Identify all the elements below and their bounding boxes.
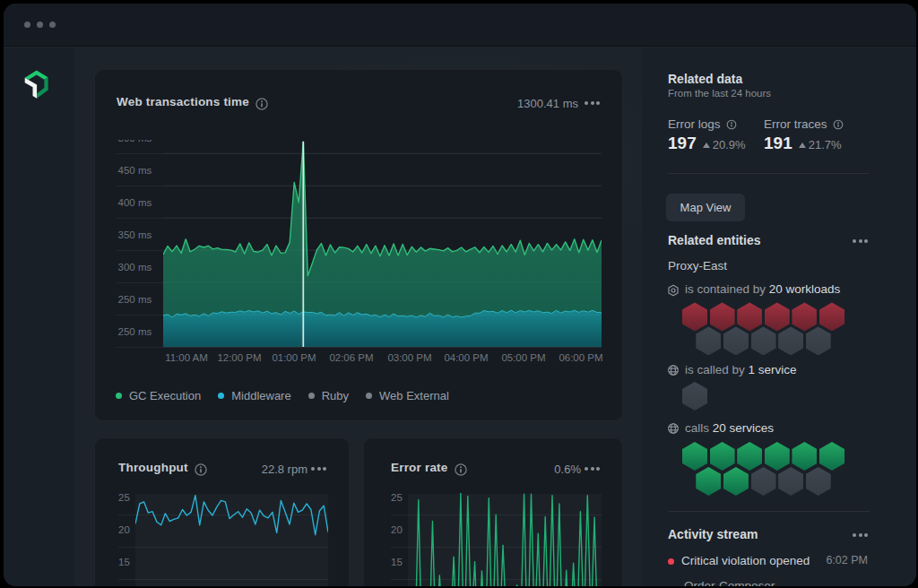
metric-delta: 20.9% [713,138,746,151]
entity-hexagon-red[interactable] [819,302,844,331]
y-axis-label: 25 [391,492,403,503]
legend-item[interactable]: GC Execution [116,389,201,402]
entity-hexagon-gray[interactable] [806,326,831,355]
error-rate-panel: Error rate 0.6% 252015 [363,437,623,586]
x-axis-label: 05:00 PM [501,352,545,363]
throughput-panel: Throughput 22.8 rpm 252015 [94,437,350,586]
entity-hexagon-green[interactable] [792,442,817,471]
info-icon[interactable] [255,98,268,110]
metric-label: Error traces [764,117,827,131]
workload-icon [667,284,680,297]
entity-hexagon-gray[interactable] [696,326,721,355]
entity-hexagon-green[interactable] [696,467,721,496]
chart-legend: GC ExecutionMiddlewareRubyWeb External [116,388,449,402]
relation-text: calls 20 services [685,421,774,435]
entity-hexagon-red[interactable] [682,302,707,331]
section-menu-dots[interactable] [853,239,868,244]
error-rate-line [408,490,602,586]
relation-text: is contained by 20 workloads [685,282,840,296]
web-transactions-chart[interactable]: 500 ms450 ms400 ms350 ms300 ms250 ms250 … [116,140,602,348]
y-axis-label: 20 [118,524,130,535]
x-axis-label: 11:00 AM [165,352,208,363]
legend-dot [218,393,224,399]
throughput-chart[interactable]: 252015 [95,438,351,586]
window-control-dot-1[interactable] [24,22,30,28]
entity-hexagon-red[interactable] [710,302,735,331]
y-axis-label: 250 ms [118,294,152,305]
delta-up-icon [703,143,710,148]
related-entities-title: Related entities [668,233,760,247]
entity-hexagon-gray[interactable] [751,326,776,355]
activity-item-entity[interactable]: Order-Composer [684,579,775,586]
y-axis-label: 450 ms [118,165,152,176]
metric-value: 191 [764,134,792,153]
web-transactions-area-chart [163,140,602,348]
relation-highlight: 20 workloads [769,282,841,296]
y-axis-label: 25 [118,492,130,503]
entity-hexagon-red[interactable] [737,302,762,331]
menu-dot [591,101,594,105]
metric-delta: 21.7% [809,138,842,151]
legend-label: Ruby [322,389,349,402]
window-control-dot-2[interactable] [37,22,43,28]
throughput-line [135,490,328,586]
y-axis-label: 300 ms [118,262,152,272]
entity-hexagon-green[interactable] [710,442,735,471]
menu-dot [853,533,856,537]
legend-item[interactable]: Ruby [308,389,349,402]
entity-hexagon-red[interactable] [792,302,817,331]
entity-hexagon-green[interactable] [682,442,707,471]
info-icon[interactable] [833,119,844,130]
legend-label: Middleware [231,389,290,402]
divider [668,511,870,512]
window-control-dot-3[interactable] [49,22,56,28]
y-axis-label: 15 [391,557,403,567]
info-icon[interactable] [726,119,737,130]
legend-item[interactable]: Web External [366,389,449,402]
activity-item-text[interactable]: Critical violation opened [681,554,810,567]
error-rate-chart[interactable]: 252015 [364,438,624,586]
panel-menu-dots[interactable] [585,101,600,106]
entity-hexagon-gray[interactable] [778,326,803,355]
entity-hexagon-gray[interactable] [682,382,707,411]
entity-hexagon-red[interactable] [765,302,790,331]
entity-hexagon-green[interactable] [737,442,762,471]
entity-name[interactable]: Proxy-East [668,259,727,272]
entity-hexagon-gray[interactable] [723,326,749,355]
section-menu-dots[interactable] [853,533,868,538]
relation-text: is called by 1 service [685,363,797,376]
web-transactions-panel: Web transactions time 1300.41 ms 500 ms4… [94,69,623,421]
legend-dot [308,393,315,399]
globe-icon [667,364,680,376]
relation-highlight: 20 services [713,421,774,435]
metric-value: 197 [668,134,697,153]
legend-dot [116,393,122,399]
entity-hexagon-green[interactable] [723,467,749,496]
entity-hexagon-gray[interactable] [751,467,776,496]
related-data-column: Related dataFrom the last 24 hoursError … [642,47,914,586]
related-data-title: Related data [668,72,742,86]
x-axis-label: 01:00 PM [272,352,316,363]
app-window: Web transactions time 1300.41 ms 500 ms4… [4,4,916,586]
x-axis-label: 02:06 PM [329,352,373,363]
y-axis-label: 20 [391,524,403,535]
related-data-subtitle: From the last 24 hours [668,88,771,99]
panel-value: 1300.41 ms [517,97,578,110]
activity-item-time: 6:02 PM [826,554,868,566]
map-view-button[interactable]: Map View [666,194,745,221]
legend-item[interactable]: Middleware [218,389,290,402]
new-relic-logo-icon[interactable] [24,70,49,99]
x-axis-labels: 11:00 AM12:00 PM01:00 PM02:06 PM03:00 PM… [95,352,624,367]
entity-hexagon-green[interactable] [765,442,790,471]
activity-stream-title: Activity stream [668,527,758,541]
y-axis-label: 250 ms [118,326,152,337]
entity-hexagon-gray[interactable] [778,467,803,496]
entity-hexagon-gray[interactable] [806,467,831,496]
legend-dot [366,393,372,399]
legend-label: GC Execution [129,389,201,402]
x-axis-label: 06:00 PM [559,352,602,363]
menu-dot [864,239,868,243]
globe-icon [667,422,680,435]
y-axis-label: 350 ms [118,229,152,240]
entity-hexagon-green[interactable] [819,442,844,471]
